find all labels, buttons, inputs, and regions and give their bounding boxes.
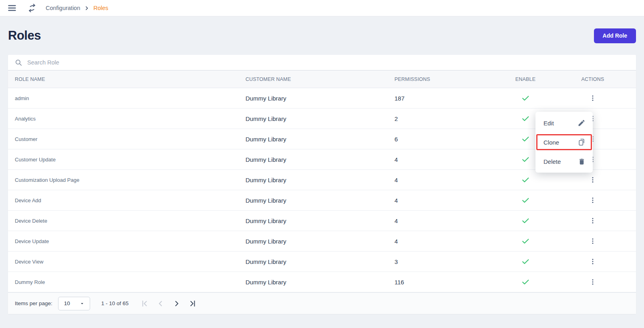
- column-header-permissions: PERMISSIONS: [394, 76, 501, 82]
- permissions-cell: 4: [394, 238, 501, 245]
- role-name-cell[interactable]: Analytics: [8, 116, 246, 122]
- search-icon: [15, 59, 22, 66]
- table-row: Dummy Role Dummy Library 116: [8, 272, 636, 292]
- row-actions-dots-icon[interactable]: [587, 174, 598, 185]
- page-header: Roles Add Role: [0, 16, 644, 55]
- enabled-check-icon: [521, 257, 530, 266]
- roles-table-card: ROLE NAME CUSTOMER NAME PERMISSIONS ENAB…: [8, 55, 636, 314]
- customer-name-cell: Dummy Library: [246, 136, 394, 143]
- permissions-cell: 4: [394, 177, 501, 183]
- permissions-cell: 4: [394, 156, 501, 163]
- row-actions-dots-icon[interactable]: [587, 93, 598, 104]
- row-actions-dots-icon[interactable]: [587, 235, 598, 247]
- actions-cell: [549, 276, 636, 288]
- actions-cell: [549, 93, 636, 104]
- paginator: Items per page: 10 1 - 10 of 65: [8, 292, 636, 314]
- menu-item-label: Delete: [543, 158, 561, 165]
- permissions-cell: 4: [394, 217, 501, 224]
- row-actions-dots-icon[interactable]: [587, 256, 598, 267]
- enable-cell: [501, 237, 549, 245]
- enabled-check-icon: [521, 114, 530, 123]
- row-actions-dots-icon[interactable]: [587, 276, 598, 288]
- customer-name-cell: Dummy Library: [246, 279, 394, 286]
- search-bar: [8, 55, 636, 70]
- search-input[interactable]: [27, 59, 629, 66]
- hamburger-menu-icon[interactable]: [7, 3, 17, 13]
- actions-cell: [549, 215, 636, 226]
- role-name-cell[interactable]: Device Delete: [8, 218, 246, 224]
- menu-item-edit[interactable]: Edit: [535, 113, 593, 133]
- role-name-cell[interactable]: Device View: [8, 259, 246, 265]
- column-header-enable: ENABLE: [501, 76, 549, 82]
- table-row: Device Add Dummy Library 4: [8, 190, 636, 211]
- customer-name-cell: Dummy Library: [246, 197, 394, 204]
- actions-cell: [549, 195, 636, 206]
- copy-icon: [578, 138, 586, 146]
- top-bar: Configuration Roles: [0, 0, 644, 16]
- role-name-cell[interactable]: Customization Upload Page: [8, 177, 246, 183]
- swap-arrows-icon[interactable]: [27, 3, 37, 13]
- role-name-cell[interactable]: Customer: [8, 136, 246, 142]
- menu-item-label: Edit: [543, 120, 554, 127]
- row-actions-dots-icon[interactable]: [587, 195, 598, 206]
- role-name-cell[interactable]: Device Update: [8, 238, 246, 244]
- enabled-check-icon: [521, 175, 530, 184]
- permissions-cell: 3: [394, 258, 501, 265]
- last-page-icon[interactable]: [185, 296, 201, 312]
- pager-nav: [137, 296, 201, 312]
- enable-cell: [501, 257, 549, 266]
- breadcrumb: Configuration Roles: [46, 5, 108, 11]
- menu-item-label: Clone: [543, 139, 559, 146]
- menu-item-clone[interactable]: Clone: [536, 134, 592, 150]
- table-row: Device Update Dummy Library 4: [8, 231, 636, 252]
- enabled-check-icon: [521, 155, 530, 164]
- row-actions-context-menu: EditCloneDelete: [535, 112, 593, 173]
- enable-cell: [501, 175, 549, 184]
- table-row: Device View Dummy Library 3: [8, 252, 636, 272]
- role-name-cell[interactable]: Device Add: [8, 197, 246, 203]
- customer-name-cell: Dummy Library: [246, 258, 394, 265]
- permissions-cell: 2: [394, 115, 501, 122]
- pencil-icon: [578, 119, 586, 127]
- customer-name-cell: Dummy Library: [246, 115, 394, 122]
- enable-cell: [501, 278, 549, 286]
- page-title: Roles: [8, 28, 41, 43]
- actions-cell: [549, 174, 636, 185]
- previous-page-icon[interactable]: [153, 296, 169, 312]
- customer-name-cell: Dummy Library: [246, 177, 394, 183]
- next-page-icon[interactable]: [169, 296, 185, 312]
- table-row: Customization Upload Page Dummy Library …: [8, 170, 636, 190]
- role-name-cell[interactable]: Dummy Role: [8, 279, 246, 285]
- permissions-cell: 6: [394, 136, 501, 143]
- page-size-value: 10: [64, 300, 70, 306]
- customer-name-cell: Dummy Library: [246, 156, 394, 163]
- enable-cell: [501, 216, 549, 225]
- breadcrumb-configuration[interactable]: Configuration: [46, 5, 80, 11]
- trash-icon: [578, 158, 586, 165]
- enabled-check-icon: [521, 237, 530, 245]
- page-range-label: 1 - 10 of 65: [101, 300, 129, 306]
- row-actions-dots-icon[interactable]: [587, 215, 598, 226]
- actions-cell: [549, 235, 636, 247]
- enable-cell: [501, 94, 549, 103]
- column-header-customer-name: CUSTOMER NAME: [246, 76, 394, 82]
- breadcrumb-roles: Roles: [93, 5, 108, 11]
- customer-name-cell: Dummy Library: [246, 217, 394, 224]
- menu-item-delete[interactable]: Delete: [535, 152, 593, 171]
- column-header-role-name: ROLE NAME: [8, 76, 246, 82]
- first-page-icon[interactable]: [137, 296, 153, 312]
- role-name-cell[interactable]: Customer Update: [8, 157, 246, 163]
- enabled-check-icon: [521, 196, 530, 205]
- enabled-check-icon: [521, 94, 530, 103]
- add-role-button[interactable]: Add Role: [594, 28, 636, 43]
- caret-down-icon: [79, 301, 85, 306]
- column-header-actions: ACTIONS: [549, 76, 636, 82]
- table-header-row: ROLE NAME CUSTOMER NAME PERMISSIONS ENAB…: [8, 70, 636, 88]
- enable-cell: [501, 196, 549, 205]
- enabled-check-icon: [521, 278, 530, 286]
- role-name-cell[interactable]: admin: [8, 95, 246, 101]
- page-size-select[interactable]: 10: [58, 297, 90, 310]
- table-row: Device Delete Dummy Library 4: [8, 211, 636, 231]
- permissions-cell: 116: [394, 279, 501, 286]
- customer-name-cell: Dummy Library: [246, 238, 394, 245]
